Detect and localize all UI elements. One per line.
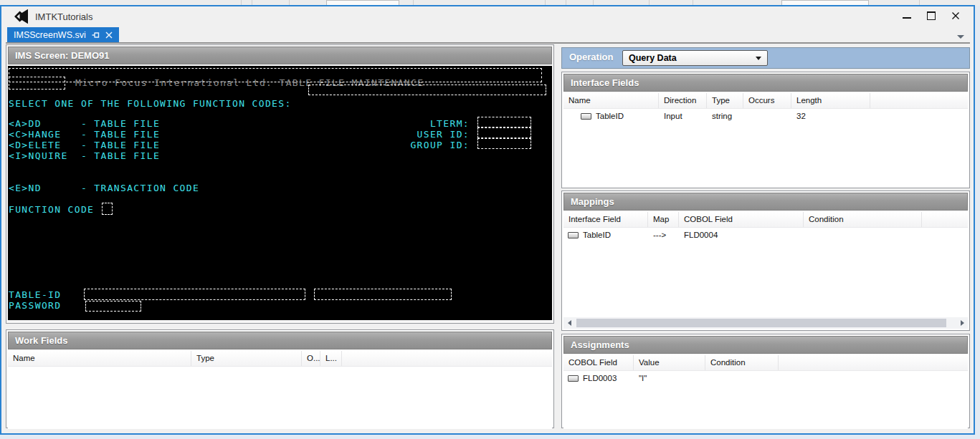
tab-label: IMSScreenWS.svi — [14, 30, 86, 40]
background-fragment — [241, 0, 242, 5]
mappings-panel-header: Mappings — [563, 193, 968, 211]
ims-terminal-screen[interactable]: Micro Focus International Ltd. TABLE FIL… — [8, 66, 552, 320]
column-header-length[interactable]: L... — [320, 351, 342, 366]
minimize-button[interactable] — [896, 8, 918, 24]
mapping-arrow: ---> — [648, 231, 679, 239]
background-fragment — [693, 0, 693, 5]
column-header-type[interactable]: Type — [707, 93, 743, 108]
terminal-function-code-line: <D>ELETE - TABLE FILE — [9, 140, 160, 150]
column-header-type[interactable]: Type — [191, 351, 302, 366]
terminal-password-label: PASSWORD — [9, 300, 61, 311]
column-header-interface-field[interactable]: Interface Field — [563, 212, 648, 227]
triangle-right-icon — [961, 320, 964, 326]
interface-field-direction: Input — [659, 112, 707, 120]
column-header-direction[interactable]: Direction — [659, 93, 707, 108]
scroll-left-arrow[interactable] — [563, 317, 575, 329]
background-fragment — [289, 0, 290, 5]
work-fields-table-header: Name Type O... L... — [8, 351, 552, 367]
column-header-name[interactable]: Name — [8, 351, 191, 366]
close-button[interactable] — [945, 8, 966, 24]
app-window: IMTKTutorials IMSScreenWS.svi IMS Scre — [0, 5, 975, 435]
table-row[interactable]: FLD0003 "I" — [563, 371, 968, 385]
assignments-table-header: COBOL Field Value Condition — [563, 355, 968, 371]
groupid-field-box[interactable] — [477, 138, 531, 149]
background-fragment — [545, 0, 546, 5]
work-fields-table-body[interactable] — [8, 367, 552, 429]
tab-close-icon[interactable] — [105, 32, 113, 39]
chevron-down-icon — [756, 57, 761, 60]
table-row[interactable]: TableID ---> FLD0004 — [563, 228, 968, 242]
column-header-value[interactable]: Value — [634, 355, 705, 370]
screen-field-box[interactable] — [9, 77, 65, 90]
assignments-panel: Assignments COBOL Field Value Condition … — [561, 334, 970, 428]
function-code-field-box[interactable] — [102, 203, 113, 215]
triangle-left-icon — [568, 320, 571, 326]
column-header-filler — [922, 212, 968, 227]
operation-dropdown-value: Query Data — [629, 53, 677, 63]
column-header-condition[interactable]: Condition — [804, 212, 922, 227]
table-row[interactable]: TableID Input string 32 — [563, 109, 968, 123]
visual-studio-logo-icon — [13, 9, 30, 24]
background-fragment — [566, 0, 566, 5]
column-header-occurs[interactable]: O... — [302, 351, 320, 366]
interface-fields-panel-header: Interface Fields — [563, 74, 968, 92]
tableid-field-box-2[interactable] — [314, 289, 452, 300]
terminal-lterm-label: LTERM: — [430, 118, 470, 129]
tableid-field-box[interactable] — [84, 289, 305, 300]
column-header-name[interactable]: Name — [563, 93, 659, 108]
title-bar: IMTKTutorials — [1, 6, 974, 27]
mapping-cobol-field: FLD0004 — [679, 231, 804, 239]
column-header-filler — [779, 355, 968, 370]
maximize-icon — [927, 11, 936, 20]
operation-dropdown[interactable]: Query Data — [622, 50, 768, 66]
work-fields-panel: Work Fields Name Type O... L... — [6, 329, 554, 428]
interface-field-length: 32 — [791, 112, 870, 120]
column-header-map[interactable]: Map — [648, 212, 679, 227]
mappings-panel: Mappings Interface Field Map COBOL Field… — [561, 190, 970, 331]
background-fragment — [413, 0, 414, 5]
background-fragment — [919, 0, 920, 5]
interface-field-name: TableID — [596, 112, 624, 120]
column-header-condition[interactable]: Condition — [705, 355, 779, 370]
password-field-box[interactable] — [85, 301, 141, 312]
operation-label: Operation — [569, 52, 613, 62]
field-icon — [568, 232, 579, 238]
lterm-field-box[interactable] — [477, 117, 531, 127]
interface-fields-panel: Interface Fields Name Direction Type Occ… — [561, 72, 970, 188]
minimize-icon — [903, 17, 911, 19]
ims-screen-panel-header: IMS Screen: DEMO91 — [8, 47, 552, 64]
operation-bar: Operation Query Data — [561, 47, 970, 69]
background-fragment — [252, 0, 252, 5]
assignments-table-body[interactable]: FLD0003 "I" — [563, 371, 968, 429]
column-header-cobol-field[interactable]: COBOL Field — [563, 355, 634, 370]
scroll-right-arrow[interactable] — [956, 317, 968, 329]
interface-fields-table-body[interactable]: TableID Input string 32 — [563, 109, 968, 187]
terminal-end-line: <E>ND - TRANSACTION CODE — [9, 183, 199, 193]
field-icon — [581, 113, 591, 120]
terminal-function-code-line: <C>HANGE - TABLE FILE — [9, 129, 160, 140]
mappings-table-header: Interface Field Map COBOL Field Conditio… — [563, 212, 968, 228]
field-icon — [568, 375, 579, 382]
assignment-cobol-field: FLD0003 — [583, 374, 617, 382]
column-header-occurs[interactable]: Occurs — [743, 93, 791, 108]
background-fragment — [649, 0, 650, 5]
screen-field-box[interactable] — [308, 85, 546, 95]
tab-imsscreenws[interactable]: IMSScreenWS.svi — [7, 27, 119, 43]
maximize-button[interactable] — [920, 8, 942, 24]
terminal-groupid-label: GROUP ID: — [410, 140, 470, 150]
mapping-interface-field: TableID — [583, 231, 611, 239]
assignments-panel-header: Assignments — [563, 336, 968, 354]
userid-field-box[interactable] — [477, 127, 531, 138]
column-header-length[interactable]: Length — [791, 93, 870, 108]
pin-icon[interactable] — [92, 31, 100, 39]
ims-screen-panel: IMS Screen: DEMO91 Micro Focus Internati… — [6, 44, 554, 324]
scrollbar-thumb[interactable] — [576, 319, 946, 327]
terminal-function-code-line: <I>NQUIRE - TABLE FILE — [9, 150, 160, 161]
tab-list-dropdown-icon[interactable] — [957, 35, 964, 39]
column-header-cobol-field[interactable]: COBOL Field — [679, 212, 804, 227]
horizontal-scrollbar[interactable] — [563, 317, 968, 329]
background-fragment — [593, 0, 594, 5]
assignment-value: "I" — [634, 374, 705, 382]
column-header-filler — [870, 93, 968, 108]
mappings-table-body[interactable]: TableID ---> FLD0004 — [563, 228, 968, 317]
